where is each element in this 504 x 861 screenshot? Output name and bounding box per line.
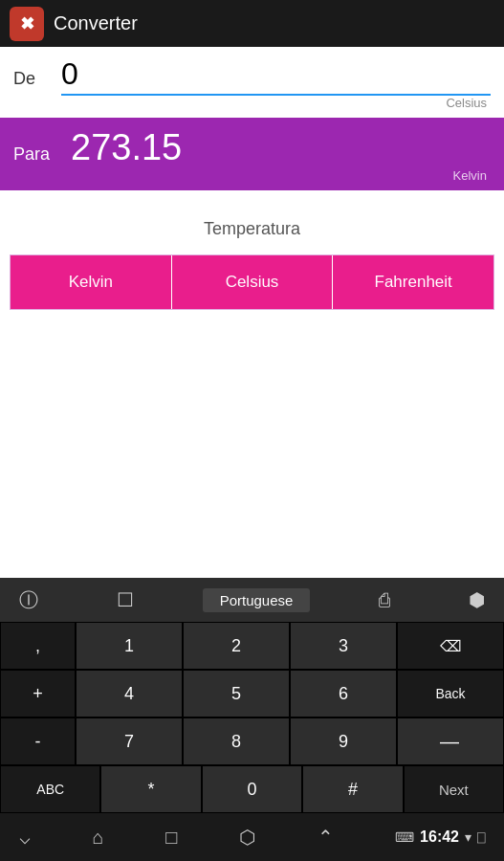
key-2[interactable]: 2 [183, 622, 290, 670]
unit-button-celsius[interactable]: Celsius [172, 255, 334, 309]
to-section: Para 273.15 Kelvin [0, 118, 504, 190]
keyboard-rows: , 1 2 3 ⌫ + 4 5 6 Back - 7 8 9 — ABC * 0… [0, 622, 504, 813]
key-next[interactable]: Next [404, 765, 504, 813]
from-section: De Celsius [0, 47, 504, 118]
keyboard-grid-icon[interactable]: ⬢ [459, 583, 494, 617]
keyboard-row-1: , 1 2 3 ⌫ [0, 622, 504, 670]
from-label: De [13, 69, 52, 89]
status-icons: ⌨ 16:42 ▾ ⎕ [395, 828, 485, 846]
key-back[interactable]: Back [397, 670, 504, 718]
key-minus[interactable]: - [0, 718, 76, 765]
up-nav-icon[interactable]: ⌃ [318, 826, 334, 849]
key-space[interactable]: — [397, 718, 504, 765]
key-1[interactable]: 1 [76, 622, 183, 670]
app-logo: ✖ [10, 7, 44, 41]
to-value: 273.15 [71, 127, 182, 168]
keyboard-go-icon[interactable]: Ⓘ [10, 582, 48, 619]
key-5[interactable]: 5 [183, 670, 290, 718]
key-comma[interactable]: , [0, 622, 76, 670]
category-label: Temperatura [10, 219, 494, 239]
from-row: De [13, 56, 491, 96]
key-7[interactable]: 7 [76, 718, 183, 765]
key-abc[interactable]: ABC [0, 765, 100, 813]
logo-icon: ✖ [20, 13, 34, 34]
keyboard-area: Ⓘ ☐ Portuguese ⎙ ⬢ , 1 2 3 ⌫ + 4 5 6 Bac… [0, 578, 504, 813]
keyboard-row-2: + 4 5 6 Back [0, 670, 504, 718]
keyboard-row-4: ABC * 0 # Next [0, 765, 504, 813]
key-3[interactable]: 3 [290, 622, 397, 670]
keyboard-row-3: - 7 8 9 — [0, 718, 504, 765]
key-hash[interactable]: # [302, 765, 403, 813]
unit-button-fahrenheit[interactable]: Fahrenheit [333, 255, 493, 309]
key-asterisk[interactable]: * [100, 765, 201, 813]
camera-nav-icon[interactable]: ⬡ [239, 826, 255, 849]
middle-section: Temperatura Kelvin Celsius Fahrenheit [0, 190, 504, 320]
unit-buttons: Kelvin Celsius Fahrenheit [10, 254, 494, 310]
status-time: 16:42 [420, 828, 459, 846]
back-nav-icon[interactable]: ⌵ [19, 826, 31, 849]
keyboard-layout-icon[interactable]: ☐ [107, 583, 143, 617]
keyboard-topbar: Ⓘ ☐ Portuguese ⎙ ⬢ [0, 578, 504, 622]
key-8[interactable]: 8 [183, 718, 290, 765]
key-backspace[interactable]: ⌫ [397, 622, 504, 670]
from-unit: Celsius [13, 96, 491, 114]
key-6[interactable]: 6 [290, 670, 397, 718]
keyboard-language[interactable]: Portuguese [203, 588, 311, 612]
home-nav-icon[interactable]: ⌂ [93, 827, 104, 849]
to-row: Para 273.15 [13, 127, 491, 168]
top-bar: ✖ Converter [0, 0, 504, 47]
to-label: Para [13, 144, 61, 165]
wifi-icon: ▾ [465, 829, 471, 845]
to-unit: Kelvin [13, 168, 491, 187]
app-title: Converter [54, 12, 138, 34]
key-9[interactable]: 9 [290, 718, 397, 765]
keyboard-emoji-icon[interactable]: ⎙ [369, 584, 400, 617]
bottom-nav: ⌵ ⌂ □ ⬡ ⌃ ⌨ 16:42 ▾ ⎕ [0, 813, 504, 861]
from-input[interactable] [61, 56, 491, 96]
key-4[interactable]: 4 [76, 670, 183, 718]
key-0[interactable]: 0 [202, 765, 302, 813]
key-plus[interactable]: + [0, 670, 76, 718]
recents-nav-icon[interactable]: □ [165, 827, 177, 849]
keyboard-status-icon: ⌨ [395, 829, 414, 845]
battery-icon: ⎕ [477, 829, 485, 845]
unit-button-kelvin[interactable]: Kelvin [11, 255, 172, 309]
